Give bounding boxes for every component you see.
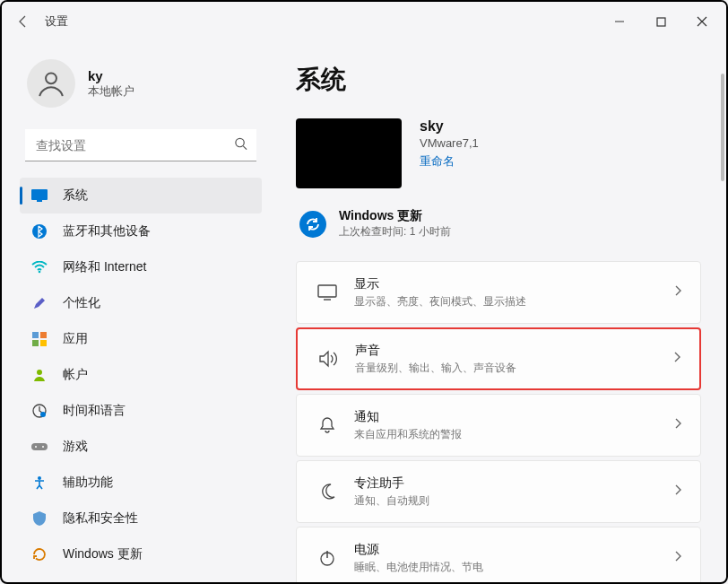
svg-rect-11 <box>32 340 39 346</box>
accessibility-icon <box>30 474 48 492</box>
card-subtitle: 睡眠、电池使用情况、节电 <box>354 560 673 575</box>
svg-point-19 <box>38 476 41 480</box>
minimize-button[interactable] <box>599 7 640 36</box>
power-icon <box>315 549 340 567</box>
monitor-icon <box>315 284 340 301</box>
maximize-icon <box>656 17 666 27</box>
user-name: ky <box>88 68 134 83</box>
search-input[interactable] <box>25 129 256 161</box>
sidebar-item-label: 系统 <box>63 187 88 204</box>
back-button[interactable] <box>5 4 41 39</box>
svg-rect-10 <box>40 332 47 338</box>
card-sound[interactable]: 声音 音量级别、输出、输入、声音设备 <box>296 327 701 390</box>
sidebar-item-gaming[interactable]: 游戏 <box>20 429 262 465</box>
search-icon <box>234 137 247 154</box>
shield-icon <box>30 510 48 527</box>
bell-icon <box>315 416 340 434</box>
sidebar-item-label: 时间和语言 <box>63 403 126 419</box>
nav: 系统 蓝牙和其他设备 网络和 Internet 个性化 应用 帐户 <box>20 178 262 582</box>
sidebar-item-personalization[interactable]: 个性化 <box>20 285 262 321</box>
sidebar-item-system[interactable]: 系统 <box>20 178 262 214</box>
sidebar-item-accessibility[interactable]: 辅助功能 <box>20 465 262 501</box>
display-icon <box>30 187 48 205</box>
card-title: 声音 <box>355 343 672 359</box>
card-power[interactable]: 电源 睡眠、电池使用情况、节电 <box>296 527 701 582</box>
svg-rect-5 <box>31 189 48 200</box>
chevron-right-icon <box>672 351 681 367</box>
sync-icon <box>299 211 326 238</box>
arrow-left-icon <box>16 14 30 29</box>
sidebar-item-apps[interactable]: 应用 <box>20 321 262 357</box>
chevron-right-icon <box>673 417 682 433</box>
apps-icon <box>30 330 48 348</box>
svg-rect-9 <box>32 332 39 338</box>
svg-rect-1 <box>657 18 665 26</box>
pc-info-block: sky VMware7,1 重命名 <box>296 118 701 188</box>
card-subtitle: 通知、自动规则 <box>354 493 673 509</box>
person-icon <box>36 68 66 99</box>
sidebar-item-label: 帐户 <box>63 367 88 383</box>
sidebar-item-windows-update[interactable]: Windows 更新 <box>20 536 262 572</box>
brush-icon <box>30 294 48 312</box>
update-title: Windows 更新 <box>339 208 451 224</box>
pc-model: VMware7,1 <box>420 136 479 150</box>
bluetooth-icon <box>30 222 48 240</box>
page-title: 系统 <box>296 63 701 97</box>
user-block[interactable]: ky 本地帐户 <box>20 59 262 108</box>
gamepad-icon <box>30 438 48 456</box>
pc-name: sky <box>420 118 479 135</box>
titlebar: 设置 <box>2 2 726 41</box>
card-display[interactable]: 显示 显示器、亮度、夜间模式、显示描述 <box>296 261 701 324</box>
card-notifications[interactable]: 通知 来自应用和系统的警报 <box>296 394 701 457</box>
speaker-icon <box>316 350 341 368</box>
svg-rect-12 <box>40 340 47 346</box>
sidebar-item-privacy[interactable]: 隐私和安全性 <box>20 501 262 536</box>
update-icon <box>30 545 48 563</box>
svg-line-4 <box>243 146 247 150</box>
sidebar-item-accounts[interactable]: 帐户 <box>20 357 262 393</box>
svg-rect-6 <box>37 200 42 202</box>
account-icon <box>30 366 48 384</box>
pc-thumbnail <box>296 118 402 188</box>
svg-point-8 <box>39 271 41 274</box>
chevron-right-icon <box>673 484 682 500</box>
rename-link[interactable]: 重命名 <box>420 153 455 170</box>
card-title: 电源 <box>354 542 673 558</box>
card-title: 专注助手 <box>354 475 673 492</box>
card-subtitle: 音量级别、输出、输入、声音设备 <box>355 361 672 376</box>
sidebar-item-label: 蓝牙和其他设备 <box>63 223 151 240</box>
card-title: 通知 <box>354 409 673 425</box>
svg-point-2 <box>46 73 56 83</box>
card-title: 显示 <box>354 276 673 292</box>
card-subtitle: 显示器、亮度、夜间模式、显示描述 <box>354 294 673 309</box>
sidebar-item-network[interactable]: 网络和 Internet <box>20 249 262 285</box>
close-button[interactable] <box>681 7 723 36</box>
window-controls <box>599 7 723 36</box>
svg-point-15 <box>40 412 46 417</box>
chevron-right-icon <box>673 284 682 301</box>
avatar <box>27 59 75 108</box>
sidebar-item-time-language[interactable]: 时间和语言 <box>20 393 262 429</box>
svg-rect-16 <box>31 443 48 450</box>
card-focus-assist[interactable]: 专注助手 通知、自动规则 <box>296 460 701 523</box>
sidebar-item-label: 个性化 <box>63 295 100 311</box>
scrollbar-thumb[interactable] <box>721 74 724 181</box>
sidebar-item-bluetooth[interactable]: 蓝牙和其他设备 <box>20 214 262 249</box>
sidebar: ky 本地帐户 系统 蓝牙和其他设备 网络和 Internet <box>2 41 271 582</box>
maximize-button[interactable] <box>640 7 681 36</box>
user-subtitle: 本地帐户 <box>88 83 134 100</box>
update-subtitle: 上次检查时间: 1 小时前 <box>339 224 451 240</box>
svg-point-13 <box>37 370 42 375</box>
clock-globe-icon <box>30 402 48 420</box>
svg-rect-20 <box>318 285 336 297</box>
window-title: 设置 <box>45 13 68 30</box>
sidebar-item-label: Windows 更新 <box>63 546 143 562</box>
main-content: 系统 sky VMware7,1 重命名 Windows 更新 上次检查时间: … <box>271 41 726 582</box>
windows-update-row[interactable]: Windows 更新 上次检查时间: 1 小时前 <box>296 208 701 240</box>
wifi-icon <box>30 258 48 276</box>
svg-point-3 <box>236 138 244 146</box>
search-wrap <box>25 129 256 161</box>
moon-icon <box>315 483 340 501</box>
chevron-right-icon <box>673 550 682 566</box>
sidebar-item-label: 辅助功能 <box>63 475 113 491</box>
